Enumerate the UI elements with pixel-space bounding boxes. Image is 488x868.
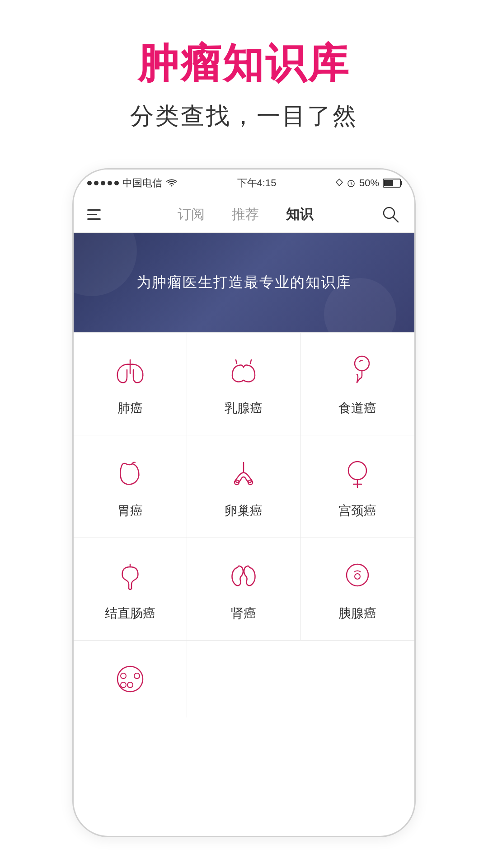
cancer-name-kidney: 肾癌 — [231, 605, 256, 622]
cancer-cell-pancreas[interactable]: 胰腺癌 — [301, 538, 414, 641]
cancer-name-pancreas: 胰腺癌 — [338, 605, 376, 622]
banner-text: 为肿瘤医生打造最专业的知识库 — [136, 273, 352, 292]
status-time: 下午4:15 — [237, 176, 277, 190]
cancer-cell-other[interactable] — [74, 641, 187, 717]
cancer-cell-colon[interactable]: 结直肠癌 — [74, 538, 187, 641]
cancer-cell-breast[interactable]: 乳腺癌 — [187, 333, 300, 435]
cancer-name-ovary: 卵巢癌 — [225, 502, 263, 519]
stomach-icon — [110, 453, 150, 494]
status-left: 中国电信 — [87, 176, 178, 190]
phone-frame: 中国电信 下午4:15 50% — [72, 168, 416, 837]
location-icon — [336, 179, 343, 188]
status-right: 50% — [336, 177, 401, 189]
cancer-name-breast: 乳腺癌 — [225, 400, 263, 417]
nav-bar: 订阅 推荐 知识 — [74, 197, 414, 233]
battery-percent: 50% — [359, 177, 379, 189]
search-button[interactable] — [381, 205, 401, 225]
cancer-name-colon: 结直肠癌 — [105, 605, 155, 622]
cancer-cell-lung[interactable]: 肺癌 — [74, 333, 187, 435]
cancer-cell-cervix[interactable]: 宫颈癌 — [301, 435, 414, 538]
cervix-icon — [337, 453, 378, 494]
cancer-name-cervix: 宫颈癌 — [338, 502, 376, 519]
banner: 为肿瘤医生打造最专业的知识库 — [74, 233, 414, 332]
cancer-grid: 肺癌 乳腺癌 食道癌 — [74, 332, 414, 717]
svg-line-2 — [393, 217, 398, 222]
menu-button[interactable] — [87, 209, 110, 220]
signal-dots — [87, 181, 119, 185]
carrier-name: 中国电信 — [122, 176, 162, 190]
svg-point-15 — [134, 673, 140, 679]
alarm-icon — [347, 179, 356, 188]
cancer-cell-esophagus[interactable]: 食道癌 — [301, 333, 414, 435]
cancer-cell-kidney[interactable]: 肾癌 — [187, 538, 300, 641]
kidney-icon — [223, 556, 264, 597]
cancer-name-esophagus: 食道癌 — [338, 400, 376, 417]
ovary-icon — [223, 453, 264, 494]
nav-tabs: 订阅 推荐 知识 — [110, 201, 381, 228]
tab-recommend[interactable]: 推荐 — [232, 201, 259, 228]
svg-point-14 — [121, 673, 126, 679]
page-header: 肿瘤知识库 分类查找，一目了然 — [130, 36, 358, 132]
cancer-cell-ovary[interactable]: 卵巢癌 — [187, 435, 300, 538]
battery-icon — [383, 179, 401, 188]
svg-line-3 — [236, 360, 237, 363]
svg-point-16 — [127, 682, 133, 688]
tab-subscribe[interactable]: 订阅 — [178, 201, 205, 228]
page-title: 肿瘤知识库 — [130, 36, 358, 91]
svg-point-5 — [355, 356, 369, 371]
svg-point-12 — [355, 574, 360, 579]
cancer-name-lung: 肺癌 — [117, 400, 143, 417]
status-bar: 中国电信 下午4:15 50% — [74, 170, 414, 197]
pancreas-icon — [337, 556, 378, 597]
page-subtitle: 分类查找，一目了然 — [130, 100, 358, 132]
cancer-name-stomach: 胃癌 — [117, 502, 143, 519]
esophagus-icon — [337, 351, 378, 392]
svg-point-8 — [348, 462, 366, 480]
tab-knowledge[interactable]: 知识 — [286, 201, 313, 228]
wifi-icon — [166, 179, 178, 188]
svg-line-4 — [250, 360, 251, 363]
cancer-cell-stomach[interactable]: 胃癌 — [74, 435, 187, 538]
other-icon — [110, 659, 150, 699]
svg-point-17 — [121, 682, 126, 688]
svg-point-11 — [347, 564, 368, 586]
lung-icon — [110, 351, 150, 392]
breast-icon — [223, 351, 264, 392]
colon-icon — [110, 556, 150, 597]
